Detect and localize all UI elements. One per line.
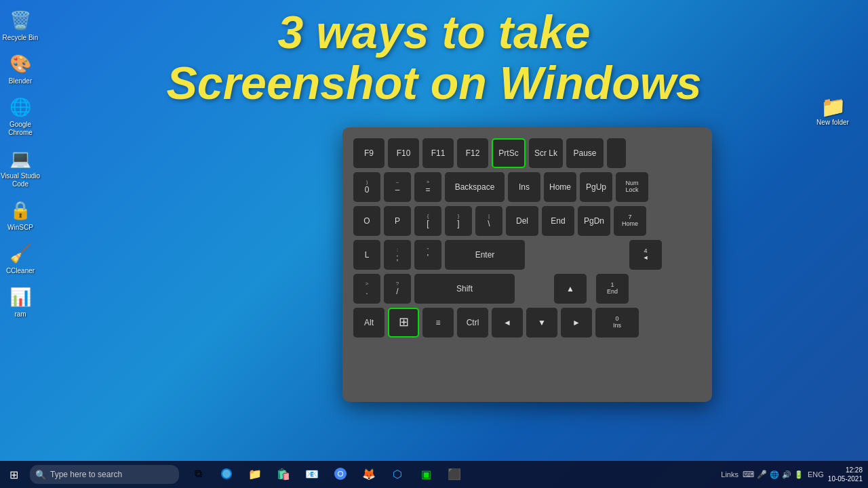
taskbar-app-edge[interactable] bbox=[213, 461, 240, 488]
keyboard-row-bottom: Alt ⊞ ≡ Ctrl ◄ ▼ ► 0Ins bbox=[353, 308, 701, 338]
key-arrow-left[interactable]: ◄ bbox=[492, 308, 523, 338]
taskbar-links-label: Links bbox=[721, 470, 738, 479]
keyboard-image: F9 F10 F11 F12 PrtSc Scr Lk Pause )0 –– … bbox=[342, 127, 712, 402]
start-button[interactable]: ⊞ bbox=[0, 461, 27, 488]
keyboard-row-qwerty: O P {[ }] |\ Del End PgDn 7Home bbox=[353, 206, 701, 236]
taskbar-apps: ⧉ 📁 🛍️ 📧 🦊 ⬡ ▣ ⬛ bbox=[184, 461, 468, 488]
key-0[interactable]: )0 bbox=[353, 172, 380, 202]
key-end[interactable]: End bbox=[542, 206, 574, 236]
key-f12[interactable]: F12 bbox=[457, 138, 488, 168]
taskbar-app-2[interactable]: ▣ bbox=[412, 461, 439, 488]
key-l[interactable]: L bbox=[353, 240, 380, 270]
icon-label-winscp: WinSCP bbox=[7, 224, 33, 232]
key-windows[interactable]: ⊞ bbox=[388, 308, 419, 338]
taskbar: ⊞ 🔍 Type here to search ⧉ 📁 🛍️ 📧 🦊 ⬡ ▣ ⬛… bbox=[0, 461, 868, 488]
key-slash[interactable]: ?/ bbox=[384, 274, 411, 304]
battery-icon: 🔋 bbox=[794, 470, 804, 479]
new-folder-label: New folder bbox=[816, 119, 849, 126]
key-pgdn[interactable]: PgDn bbox=[578, 206, 610, 236]
key-enter[interactable]: Enter bbox=[445, 240, 525, 270]
key-numlock[interactable]: NumLock bbox=[616, 172, 648, 202]
key-pgup[interactable]: PgUp bbox=[580, 172, 612, 202]
windows-start-icon: ⊞ bbox=[9, 468, 18, 481]
key-p[interactable]: P bbox=[384, 206, 411, 236]
keyboard-row-shift: >. ?/ Shift ▲ 1End bbox=[353, 274, 701, 304]
key-backslash[interactable]: |\ bbox=[475, 206, 502, 236]
key-semicolon[interactable]: :; bbox=[384, 240, 411, 270]
video-title: 3 ways to take Screenshot on Windows bbox=[0, 7, 868, 108]
key-shift-right[interactable]: Shift bbox=[414, 274, 515, 304]
key-backspace[interactable]: Backspace bbox=[445, 172, 505, 202]
key-open-bracket[interactable]: {[ bbox=[414, 206, 441, 236]
icon-img-ram: 📊 bbox=[8, 285, 33, 309]
taskbar-app-chrome[interactable] bbox=[327, 461, 354, 488]
taskbar-app-taskview[interactable]: ⧉ bbox=[184, 461, 212, 488]
key-close-bracket[interactable]: }] bbox=[445, 206, 472, 236]
keyboard-row-fkeys: F9 F10 F11 F12 PrtSc Scr Lk Pause bbox=[353, 138, 701, 168]
desktop-icon-ccleaner[interactable]: 🧹 CCleaner bbox=[0, 239, 45, 278]
language-label: ENG bbox=[808, 470, 824, 479]
taskbar-time: 12:28 bbox=[846, 466, 863, 474]
taskbar-search[interactable]: 🔍 Type here to search bbox=[30, 465, 179, 484]
icon-img-ccleaner: 🧹 bbox=[8, 241, 33, 266]
icon-label-visual-studio: Visual Studio Code bbox=[0, 172, 42, 188]
key-arrow-down[interactable]: ▼ bbox=[526, 308, 557, 338]
key-scrlk[interactable]: Scr Lk bbox=[529, 138, 563, 168]
key-o[interactable]: O bbox=[353, 206, 380, 236]
icon-label-ram: ram bbox=[14, 310, 26, 319]
title-line2: Screenshot on Windows bbox=[14, 58, 854, 108]
taskbar-app-fileexplorer[interactable]: 📁 bbox=[241, 461, 269, 488]
key-num1[interactable]: 1End bbox=[596, 274, 629, 304]
taskbar-app-store[interactable]: 🛍️ bbox=[270, 461, 297, 488]
icon-img-visual-studio: 💻 bbox=[8, 146, 33, 171]
key-f10[interactable]: F10 bbox=[388, 138, 419, 168]
taskbar-date: 10-05-2021 bbox=[828, 474, 863, 483]
key-ins[interactable]: Ins bbox=[508, 172, 540, 202]
network-icon: 🌐 bbox=[770, 470, 779, 479]
desktop-icon-winscp[interactable]: 🔒 WinSCP bbox=[0, 195, 45, 235]
taskbar-system-icons: ⌨ 🎤 🌐 🔊 🔋 bbox=[743, 470, 804, 479]
desktop-icon-visual-studio[interactable]: 💻 Visual Studio Code bbox=[0, 144, 45, 191]
key-num0[interactable]: 0Ins bbox=[595, 308, 639, 338]
key-arrow-up[interactable]: ▲ bbox=[554, 274, 587, 304]
key-quote[interactable]: "' bbox=[414, 240, 441, 270]
key-prtsc[interactable]: PrtSc bbox=[492, 138, 526, 168]
title-line1: 3 ways to take bbox=[14, 7, 854, 58]
keyboard-row-asdf: L :; "' Enter 4◄ bbox=[353, 240, 701, 270]
key-menu[interactable]: ≡ bbox=[422, 308, 454, 338]
key-ctrl-right[interactable]: Ctrl bbox=[457, 308, 488, 338]
svg-point-2 bbox=[338, 472, 342, 476]
key-num4[interactable]: 4◄ bbox=[629, 240, 662, 270]
taskbar-app-3[interactable]: ⬛ bbox=[441, 461, 468, 488]
desktop-icon-ram[interactable]: 📊 ram bbox=[0, 282, 45, 321]
key-blank bbox=[607, 138, 626, 168]
keyboard-icon: ⌨ bbox=[743, 470, 754, 479]
keyboard-row-numbers: )0 –– += Backspace Ins Home PgUp NumLock bbox=[353, 172, 701, 202]
key-period[interactable]: >. bbox=[353, 274, 380, 304]
icon-img-winscp: 🔒 bbox=[8, 198, 33, 222]
taskbar-app-1[interactable]: ⬡ bbox=[384, 461, 411, 488]
key-f9[interactable]: F9 bbox=[353, 138, 384, 168]
taskbar-app-outlook[interactable]: 📧 bbox=[298, 461, 326, 488]
taskbar-right: Links ⌨ 🎤 🌐 🔊 🔋 ENG 12:28 10-05-2021 bbox=[721, 466, 868, 483]
key-alt[interactable]: Alt bbox=[353, 308, 384, 338]
key-pause[interactable]: Pause bbox=[566, 138, 604, 168]
volume-icon: 🔊 bbox=[782, 470, 791, 479]
key-arrow-right[interactable]: ► bbox=[561, 308, 592, 338]
key-num7[interactable]: 7Home bbox=[614, 206, 646, 236]
taskbar-datetime[interactable]: 12:28 10-05-2021 bbox=[828, 466, 863, 483]
key-equals[interactable]: += bbox=[414, 172, 441, 202]
key-f11[interactable]: F11 bbox=[422, 138, 454, 168]
key-minus[interactable]: –– bbox=[384, 172, 411, 202]
taskbar-search-text: Type here to search bbox=[50, 470, 122, 479]
key-home[interactable]: Home bbox=[544, 172, 576, 202]
mic-icon: 🎤 bbox=[757, 470, 767, 479]
taskbar-search-icon: 🔍 bbox=[35, 470, 46, 480]
taskbar-app-firefox[interactable]: 🦊 bbox=[355, 461, 382, 488]
icon-label-google-chrome: Google Chrome bbox=[0, 121, 42, 137]
key-del[interactable]: Del bbox=[506, 206, 538, 236]
icon-label-ccleaner: CCleaner bbox=[6, 267, 35, 275]
